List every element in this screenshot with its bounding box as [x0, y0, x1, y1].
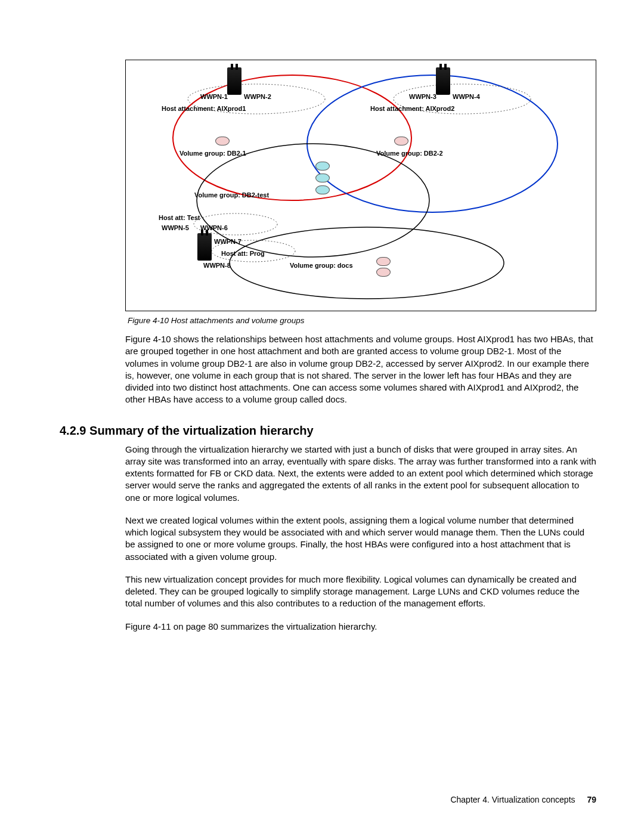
label-host-aix2: Host attachment: AIXprod2: [370, 105, 454, 112]
disk-icon: [376, 268, 391, 277]
label-wwpn8: WWPN-8: [203, 262, 231, 269]
page: WWPN-1 WWPN-2 WWPN-3 WWPN-4 Host attachm…: [0, 0, 644, 833]
diagram-svg: [126, 60, 596, 311]
footer-chapter: Chapter 4. Virtualization concepts: [450, 795, 575, 804]
label-host-test: Host att: Test: [159, 214, 200, 221]
server-lowerleft: [197, 233, 212, 261]
label-wwpn6: WWPN-6: [200, 224, 228, 231]
svg-point-3: [230, 227, 504, 299]
disk-icon: [215, 137, 230, 145]
label-host-aix1: Host attachment: AIXprod1: [162, 105, 246, 112]
label-host-prog: Host att: Prog: [221, 250, 265, 257]
paragraph-1: Figure 4-10 shows the relationships betw…: [125, 333, 596, 417]
footer-page-number: 79: [587, 795, 596, 804]
figure-diagram: WWPN-1 WWPN-2 WWPN-3 WWPN-4 Host attachm…: [125, 60, 596, 311]
label-wwpn3: WWPN-3: [409, 93, 436, 100]
label-vg-db22: Volume group: DB2-2: [376, 150, 443, 157]
server-aixprod2: [436, 67, 450, 95]
paragraph-2: Going through the virtualization hierarc…: [125, 444, 596, 515]
paragraph-5: Figure 4-11 on page 80 summarizes the vi…: [125, 621, 596, 643]
disk-icon: [394, 137, 408, 145]
label-wwpn2: WWPN-2: [244, 93, 271, 100]
label-vg-docs: Volume group: docs: [290, 262, 353, 269]
disk-icon: [376, 257, 391, 266]
label-wwpn1: WWPN-1: [200, 93, 228, 100]
disk-icon: [315, 185, 330, 194]
section-heading: 4.2.9 Summary of the virtualization hier…: [60, 417, 596, 444]
label-wwpn5: WWPN-5: [162, 224, 189, 231]
label-vg-db2test: Volume group: DB2-test: [194, 191, 269, 199]
page-footer: Chapter 4. Virtualization concepts 79: [450, 795, 596, 804]
paragraph-4: This new virtualization concept provides…: [125, 574, 596, 621]
figure-caption: Figure 4-10 Host attachments and volume …: [125, 311, 596, 333]
server-aixprod1: [227, 67, 242, 95]
label-wwpn7: WWPN-7: [214, 238, 242, 245]
disk-icon: [315, 162, 330, 171]
label-wwpn4: WWPN-4: [453, 93, 480, 100]
disk-icon: [315, 174, 330, 182]
label-vg-db21: Volume group: DB2-1: [179, 150, 246, 157]
paragraph-3: Next we created logical volumes within t…: [125, 515, 596, 574]
